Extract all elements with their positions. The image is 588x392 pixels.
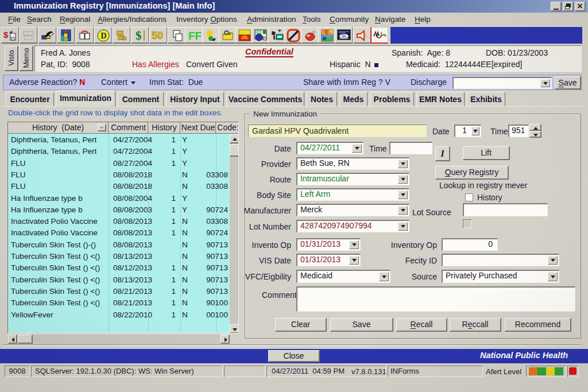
- svg-text:50: 50: [152, 30, 163, 41]
- svg-text:$: $: [136, 29, 142, 42]
- svg-text:FF: FF: [188, 30, 202, 42]
- svg-text:$: $: [3, 30, 9, 40]
- svg-text:SL: SL: [342, 34, 347, 38]
- svg-text:D: D: [101, 32, 107, 40]
